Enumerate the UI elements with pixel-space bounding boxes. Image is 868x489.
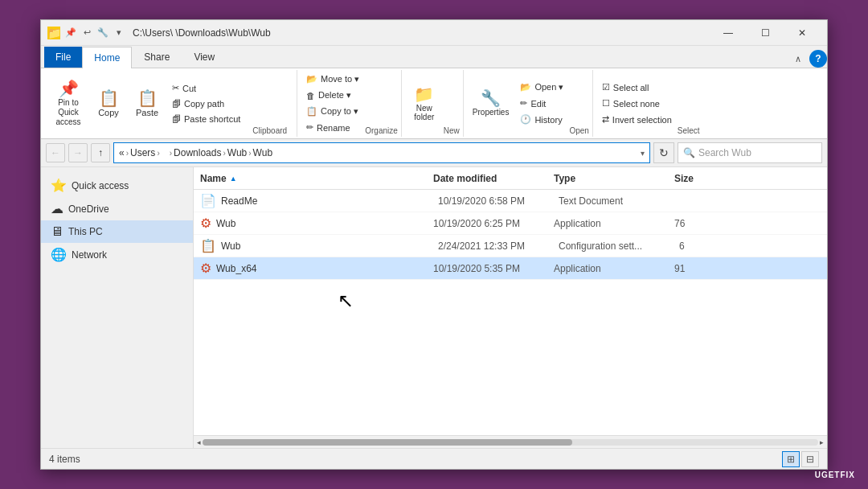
scroll-right-button[interactable]: ▸ bbox=[818, 438, 825, 446]
crumb-users[interactable]: Users bbox=[130, 147, 155, 158]
maximize-button[interactable]: ☐ bbox=[747, 20, 784, 46]
new-folder-button[interactable]: 📁 Newfolder bbox=[405, 72, 444, 135]
back-button[interactable]: ← bbox=[46, 143, 65, 162]
history-label: History bbox=[534, 115, 562, 125]
up-button[interactable]: ↑ bbox=[91, 143, 110, 162]
history-button[interactable]: 🕐 History bbox=[514, 112, 569, 127]
readme-file-icon: 📄 bbox=[200, 193, 216, 208]
select-none-button[interactable]: ☐ Select none bbox=[596, 96, 678, 111]
tab-home[interactable]: Home bbox=[82, 47, 132, 68]
scroll-thumb[interactable] bbox=[203, 439, 572, 446]
large-icons-view-button[interactable]: ⊟ bbox=[801, 451, 819, 467]
crumb-downloads[interactable]: Downloads bbox=[174, 147, 221, 158]
horizontal-scrollbar[interactable]: ◂ ▸ bbox=[194, 435, 827, 448]
minimize-button[interactable]: — bbox=[710, 20, 747, 46]
ribbon-collapse-button[interactable]: ∧ bbox=[795, 54, 806, 64]
help-button[interactable]: ? bbox=[809, 50, 827, 68]
cut-icon: ✂ bbox=[172, 83, 179, 93]
qat-undo-button[interactable]: ↩ bbox=[80, 26, 94, 40]
wub-app-date: 10/19/2020 6:25 PM bbox=[433, 218, 554, 229]
details-view-button[interactable]: ⊞ bbox=[782, 451, 800, 467]
properties-icon: 🔧 bbox=[481, 90, 501, 106]
file-row-readme[interactable]: 📄 ReadMe 10/19/2020 6:58 PM Text Documen… bbox=[194, 190, 827, 212]
sidebar-item-network[interactable]: 🌐 Network bbox=[41, 243, 193, 266]
rename-icon: ✏ bbox=[306, 122, 313, 133]
column-size[interactable]: Size bbox=[674, 173, 821, 184]
file-row-wub-x64[interactable]: ⚙ Wub_x64 10/19/2020 5:35 PM Application… bbox=[194, 257, 827, 280]
scroll-track[interactable] bbox=[203, 439, 818, 446]
rename-button[interactable]: ✏ Rename bbox=[301, 120, 365, 135]
sidebar-item-this-pc[interactable]: 🖥 This PC bbox=[41, 220, 193, 243]
copy-label: Copy bbox=[98, 108, 119, 117]
column-type[interactable]: Type bbox=[554, 173, 674, 184]
delete-button[interactable]: 🗑 Delete ▾ bbox=[301, 88, 365, 103]
invert-label: Invert selection bbox=[612, 115, 672, 125]
paste-shortcut-icon: 🗐 bbox=[172, 114, 181, 124]
qat-dropdown-button[interactable]: ▾ bbox=[112, 26, 126, 40]
item-count: 4 items bbox=[49, 454, 80, 465]
paste-shortcut-button[interactable]: 🗐 Paste shortcut bbox=[166, 112, 246, 126]
title-bar: 📁 📌 ↩ 🔧 ▾ C:\Users\ \Downloads\Wub\Wub —… bbox=[41, 20, 827, 46]
refresh-button[interactable]: ↻ bbox=[653, 142, 674, 163]
move-to-label: Move to ▾ bbox=[321, 74, 359, 84]
watermark-text: UGETFIX bbox=[815, 471, 855, 479]
forward-button[interactable]: → bbox=[68, 143, 88, 162]
crumb-left-arrow[interactable]: « bbox=[119, 147, 125, 158]
ribbon-select-section: ☑ Select all ☐ Select none ⇄ Invert sele… bbox=[593, 70, 703, 137]
move-to-button[interactable]: 📂 Move to ▾ bbox=[301, 72, 365, 87]
search-placeholder: Search Wub bbox=[698, 147, 751, 158]
pin-icon: 📌 bbox=[59, 80, 79, 97]
column-date[interactable]: Date modified bbox=[433, 173, 554, 184]
wub-x64-icon: ⚙ bbox=[200, 261, 211, 276]
crumb-wub2[interactable]: Wub bbox=[253, 147, 272, 158]
tab-view[interactable]: View bbox=[182, 46, 227, 68]
breadcrumb: « › Users › › Downloads › Wub › Wub bbox=[119, 147, 272, 158]
tab-share[interactable]: Share bbox=[132, 46, 182, 68]
qat-pin-button[interactable]: 📌 bbox=[63, 26, 78, 40]
qat-properties-button[interactable]: 🔧 bbox=[96, 26, 110, 40]
column-name[interactable]: Name ▲ bbox=[200, 173, 433, 184]
quick-access-toolbar: 📌 ↩ 🔧 ▾ bbox=[63, 26, 126, 40]
address-bar[interactable]: « › Users › › Downloads › Wub › Wub ▾ bbox=[113, 142, 650, 163]
wub-config-type: Configuration sett... bbox=[559, 240, 679, 252]
tab-file[interactable]: File bbox=[44, 47, 82, 68]
ribbon-toolbar: 📌 Pin to Quickaccess 📋 Copy 📋 Paste ✂ Cu… bbox=[41, 68, 827, 139]
copy-to-button[interactable]: 📋 Copy to ▾ bbox=[301, 104, 365, 119]
clipboard-label: Clipboard bbox=[246, 126, 293, 135]
status-bar: 4 items ⊞ ⊟ bbox=[41, 448, 827, 469]
ribbon-clipboard-section: 📌 Pin to Quickaccess 📋 Copy 📋 Paste ✂ Cu… bbox=[44, 70, 297, 137]
copy-to-icon: 📋 bbox=[306, 106, 317, 117]
sort-arrow-icon: ▲ bbox=[230, 175, 237, 183]
search-icon: 🔍 bbox=[683, 147, 695, 158]
select-label: Select bbox=[678, 126, 700, 135]
main-area: ⭐ Quick access ☁ OneDrive 🖥 This PC 🌐 Ne… bbox=[41, 167, 827, 448]
file-row-wub-config[interactable]: 📋 Wub 2/24/2021 12:33 PM Configuration s… bbox=[194, 235, 827, 257]
properties-button[interactable]: 🔧 Properties bbox=[467, 72, 515, 135]
sidebar-label-quick-access: Quick access bbox=[72, 180, 129, 191]
sidebar-item-quick-access[interactable]: ⭐ Quick access bbox=[41, 174, 193, 197]
invert-selection-button[interactable]: ⇄ Invert selection bbox=[596, 112, 678, 127]
close-button[interactable]: ✕ bbox=[784, 20, 821, 46]
copy-button[interactable]: 📋 Copy bbox=[89, 72, 128, 135]
edit-label: Edit bbox=[530, 99, 546, 109]
this-pc-icon: 🖥 bbox=[51, 224, 63, 239]
crumb-wub1[interactable]: Wub bbox=[227, 147, 247, 158]
paste-button[interactable]: 📋 Paste bbox=[128, 72, 166, 135]
edit-button[interactable]: ✏ Edit bbox=[514, 96, 569, 111]
file-row-wub-app[interactable]: ⚙ Wub 10/19/2020 6:25 PM Application 76 bbox=[194, 212, 827, 235]
move-to-icon: 📂 bbox=[306, 74, 317, 84]
onedrive-icon: ☁ bbox=[51, 201, 63, 216]
sidebar-item-onedrive[interactable]: ☁ OneDrive bbox=[41, 197, 193, 220]
cut-button[interactable]: ✂ Cut bbox=[166, 80, 246, 96]
copy-path-button[interactable]: 🗐 Copy path bbox=[166, 97, 246, 111]
new-folder-icon: 📁 bbox=[414, 86, 434, 102]
readme-file-type: Text Document bbox=[559, 195, 679, 207]
column-name-label: Name bbox=[200, 173, 227, 184]
open-button[interactable]: 📂 Open ▾ bbox=[514, 80, 569, 95]
ribbon-organize-section: 📂 Move to ▾ 🗑 Delete ▾ 📋 Copy to ▾ ✏ Ren… bbox=[297, 70, 402, 137]
select-all-button[interactable]: ☑ Select all bbox=[596, 80, 678, 95]
search-bar[interactable]: 🔍 Search Wub bbox=[678, 142, 822, 163]
pin-to-quick-access-button[interactable]: 📌 Pin to Quickaccess bbox=[47, 72, 89, 135]
scroll-left-button[interactable]: ◂ bbox=[195, 438, 203, 446]
organize-buttons: 📂 Move to ▾ 🗑 Delete ▾ 📋 Copy to ▾ ✏ Ren… bbox=[301, 72, 365, 135]
